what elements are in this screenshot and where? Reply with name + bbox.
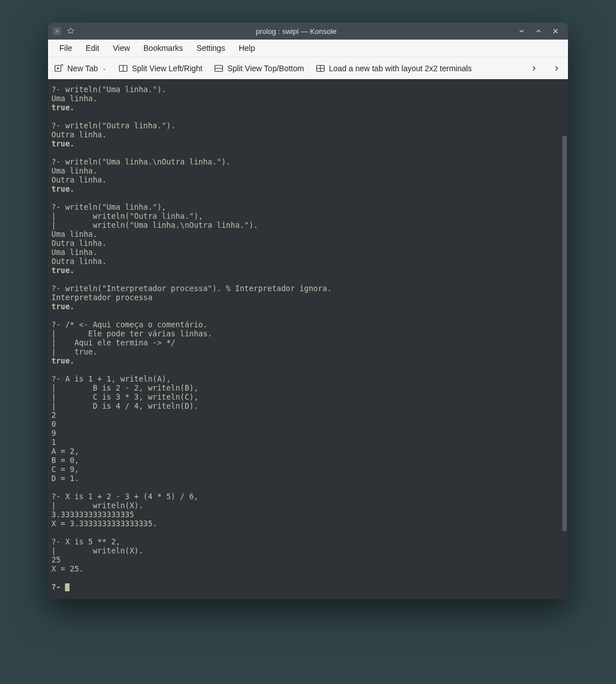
terminal-pane[interactable]: ?- writeln("Uma linha."). Uma linha. tru… bbox=[48, 79, 568, 599]
toolbar: New Tab ⌄ Split View Left/Right Split Vi… bbox=[48, 57, 568, 79]
window-title: prolog : swipl — Konsole bbox=[75, 27, 517, 36]
menu-edit[interactable]: Edit bbox=[80, 41, 105, 55]
menu-help[interactable]: Help bbox=[233, 41, 261, 55]
menu-file[interactable]: File bbox=[54, 41, 78, 55]
split-tb-label: Split View Top/Bottom bbox=[227, 64, 304, 73]
scrollbar-thumb[interactable] bbox=[562, 136, 567, 531]
new-tab-button[interactable]: New Tab ⌄ bbox=[54, 63, 107, 73]
dropdown-icon[interactable]: ⌄ bbox=[102, 66, 107, 71]
scroll-left-icon[interactable] bbox=[528, 63, 540, 74]
new-tab-label: New Tab bbox=[67, 64, 98, 73]
cursor bbox=[65, 583, 70, 591]
menu-bookmarks[interactable]: Bookmarks bbox=[138, 41, 189, 55]
terminal-icon bbox=[53, 27, 62, 36]
menubar: File Edit View Bookmarks Settings Help bbox=[48, 40, 568, 57]
load-layout-label: Load a new tab with layout 2x2 terminals bbox=[329, 64, 472, 73]
overflow-icon[interactable] bbox=[551, 63, 562, 74]
split-tb-icon bbox=[214, 63, 224, 73]
split-tb-button[interactable]: Split View Top/Bottom bbox=[214, 63, 304, 73]
split-lr-label: Split View Left/Right bbox=[132, 64, 202, 73]
terminal-content[interactable]: ?- writeln("Uma linha."). Uma linha. tru… bbox=[48, 79, 568, 599]
menu-view[interactable]: View bbox=[107, 41, 136, 55]
pin-icon[interactable] bbox=[66, 27, 75, 36]
split-lr-button[interactable]: Split View Left/Right bbox=[118, 63, 202, 73]
maximize-icon[interactable] bbox=[534, 27, 543, 36]
load-layout-button[interactable]: Load a new tab with layout 2x2 terminals bbox=[315, 63, 472, 73]
close-icon[interactable] bbox=[551, 27, 560, 36]
grid-2x2-icon bbox=[315, 63, 326, 73]
new-tab-icon bbox=[54, 63, 64, 73]
titlebar: prolog : swipl — Konsole bbox=[48, 23, 568, 40]
minimize-icon[interactable] bbox=[517, 27, 526, 36]
menu-settings[interactable]: Settings bbox=[191, 41, 231, 55]
konsole-window: prolog : swipl — Konsole File Edit View … bbox=[48, 23, 568, 599]
split-lr-icon bbox=[118, 63, 128, 73]
